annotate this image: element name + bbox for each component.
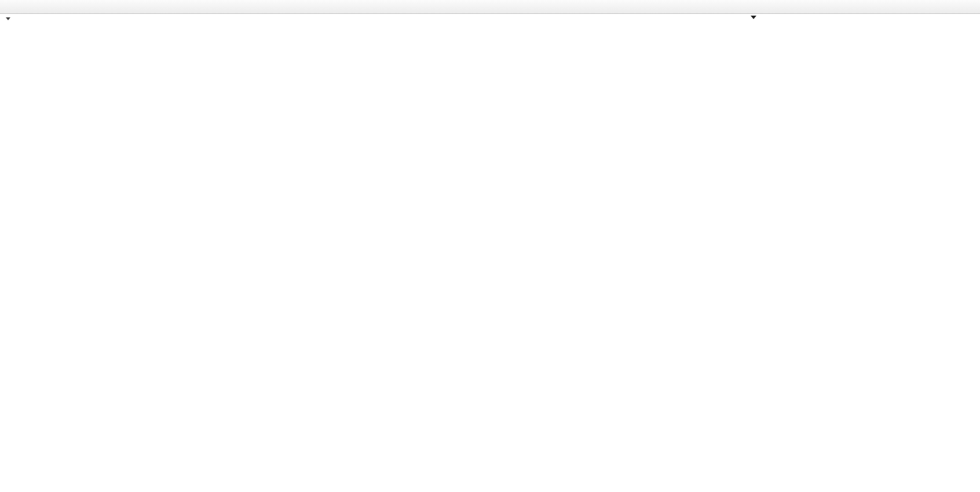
chart-svg: [0, 14, 980, 492]
main-toolbar: [0, 0, 980, 14]
chart-area: [0, 14, 980, 492]
chart-shift-marker[interactable]: [751, 16, 756, 19]
symbol-dropdown-icon[interactable]: [6, 17, 10, 20]
mt4-window: [0, 0, 980, 492]
